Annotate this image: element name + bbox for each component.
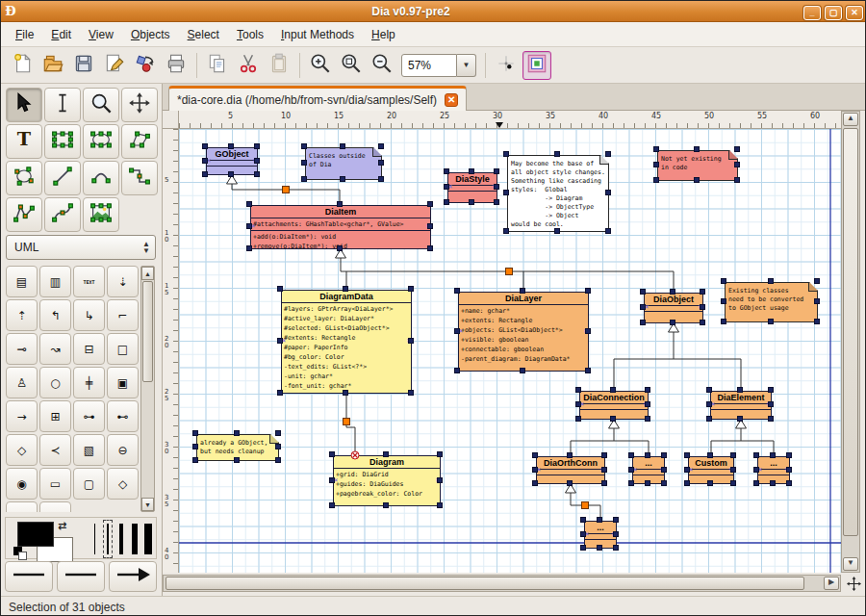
selection-handle[interactable] xyxy=(640,289,646,295)
selection-handle[interactable] xyxy=(684,452,690,458)
linewidth-6[interactable] xyxy=(132,524,138,554)
selection-handle[interactable] xyxy=(734,162,740,167)
selection-handle[interactable] xyxy=(427,201,433,207)
selection-handle[interactable] xyxy=(605,228,611,234)
selection-handle[interactable] xyxy=(575,387,581,393)
tab-close-icon[interactable]: ✕ xyxy=(445,93,458,107)
shape-note[interactable]: TEXT xyxy=(73,266,105,297)
node-diaitem[interactable]: DiaItem#attachments: GHashTable<gchar*, … xyxy=(250,205,431,249)
new-button[interactable] xyxy=(8,51,37,80)
shape-initial-state[interactable]: ◉ xyxy=(6,468,38,500)
selection-handle[interactable] xyxy=(202,143,208,149)
selection-handle[interactable] xyxy=(383,451,389,457)
diagram-canvas[interactable]: GObject××Classes outside of DiaDiaStyle×… xyxy=(179,129,841,573)
grid-visibility-toggle[interactable] xyxy=(492,51,521,80)
selection-handle[interactable] xyxy=(469,168,474,174)
selection-handle[interactable] xyxy=(554,151,560,157)
linewidth-8[interactable] xyxy=(144,524,152,554)
selection-handle[interactable] xyxy=(246,245,252,251)
selection-handle[interactable] xyxy=(770,480,776,486)
shape-template-class[interactable]: ▥ xyxy=(39,266,71,297)
selection-handle[interactable] xyxy=(753,452,759,458)
selection-handle[interactable] xyxy=(768,278,774,284)
selection-handle[interactable] xyxy=(408,338,414,344)
selection-handle[interactable] xyxy=(378,143,384,149)
menu-view[interactable]: View xyxy=(80,24,122,45)
shape-realizes[interactable]: ⇡ xyxy=(6,299,38,331)
node-diagram[interactable]: Diagram+grid: DiaGrid +guides: DiaGuides… xyxy=(333,455,441,506)
selection-handle[interactable] xyxy=(814,278,820,284)
selection-handle[interactable] xyxy=(469,199,474,205)
vertical-scrollbar[interactable]: ▲ ▼ xyxy=(841,111,860,573)
selection-handle[interactable] xyxy=(613,517,619,523)
tool-polyline[interactable] xyxy=(6,197,42,232)
linewidth-1[interactable] xyxy=(94,524,95,554)
zoom-in-button[interactable] xyxy=(306,51,335,80)
tool-arc[interactable] xyxy=(83,161,119,195)
paste-button[interactable] xyxy=(265,51,293,80)
midpoint-handle[interactable] xyxy=(344,419,350,425)
connection-line[interactable] xyxy=(346,394,355,455)
selection-handle[interactable] xyxy=(378,160,384,166)
selection-handle[interactable] xyxy=(275,444,281,449)
open-button[interactable] xyxy=(38,51,67,80)
selection-handle[interactable] xyxy=(753,480,759,486)
edit-button[interactable] xyxy=(100,51,129,80)
scroll-down-icon[interactable]: ▼ xyxy=(141,498,154,511)
selection-handle[interactable] xyxy=(684,467,690,473)
selection-handle[interactable] xyxy=(601,467,607,473)
shape-node[interactable]: ▧ xyxy=(73,434,105,466)
tool-scroll[interactable] xyxy=(121,88,158,122)
shape-class[interactable]: ▤ xyxy=(6,266,38,297)
maximize-button[interactable]: ▢ xyxy=(825,6,842,20)
selection-handle[interactable] xyxy=(737,416,743,422)
shape-scrollbar[interactable]: ▲ ▼ xyxy=(140,266,155,512)
selection-handle[interactable] xyxy=(494,184,499,190)
selection-handle[interactable] xyxy=(605,151,611,157)
selection-handle[interactable] xyxy=(721,278,726,284)
selection-handle[interactable] xyxy=(601,480,607,486)
selection-handle[interactable] xyxy=(427,245,433,251)
selection-handle[interactable] xyxy=(454,328,460,334)
shape-composition[interactable]: ◇ xyxy=(6,434,38,466)
selection-handle[interactable] xyxy=(234,457,240,463)
zoom-value-input[interactable]: 57% xyxy=(401,54,457,77)
scroll-down-icon[interactable]: ▼ xyxy=(843,557,858,571)
selection-handle[interactable] xyxy=(383,502,389,508)
shape-association[interactable]: ↳ xyxy=(73,299,105,331)
selection-handle[interactable] xyxy=(730,480,736,486)
horizontal-ruler[interactable]: 51015202530354045505560 xyxy=(179,111,841,129)
selection-handle[interactable] xyxy=(503,151,509,157)
selection-handle[interactable] xyxy=(694,177,700,183)
selection-handle[interactable] xyxy=(645,452,650,458)
selection-handle[interactable] xyxy=(585,328,591,334)
scroll-right-icon[interactable]: ▶ xyxy=(824,577,839,590)
selection-handle[interactable] xyxy=(454,368,460,373)
selection-handle[interactable] xyxy=(707,480,713,486)
selection-handle[interactable] xyxy=(585,288,591,294)
shape-aggregation[interactable]: ⌐ xyxy=(107,299,139,331)
selection-handle[interactable] xyxy=(768,416,774,422)
selection-handle[interactable] xyxy=(653,177,659,183)
tool-zigzagline[interactable] xyxy=(121,161,158,195)
selection-handle[interactable] xyxy=(628,452,634,458)
selection-handle[interactable] xyxy=(254,143,260,149)
selection-handle[interactable] xyxy=(661,480,667,486)
selection-handle[interactable] xyxy=(427,223,433,229)
selection-handle[interactable] xyxy=(734,146,740,152)
selection-handle[interactable] xyxy=(192,457,198,463)
menu-objects[interactable]: Objects xyxy=(122,24,179,45)
linewidth-2[interactable] xyxy=(107,524,109,554)
scroll-up-icon[interactable]: ▲ xyxy=(141,267,154,280)
pan-canvas-icon[interactable] xyxy=(842,575,865,593)
menu-edit[interactable]: Edit xyxy=(42,24,80,45)
selection-handle[interactable] xyxy=(329,451,335,457)
midpoint-handle[interactable] xyxy=(582,502,589,509)
selection-handle[interactable] xyxy=(707,452,713,458)
node-note-existing[interactable]: Existing classes need to be converted to… xyxy=(725,282,818,322)
selection-handle[interactable] xyxy=(503,228,509,234)
menu-select[interactable]: Select xyxy=(179,24,228,45)
selection-handle[interactable] xyxy=(580,517,586,523)
selection-handle[interactable] xyxy=(340,176,345,182)
close-button[interactable]: ✕ xyxy=(846,6,863,20)
